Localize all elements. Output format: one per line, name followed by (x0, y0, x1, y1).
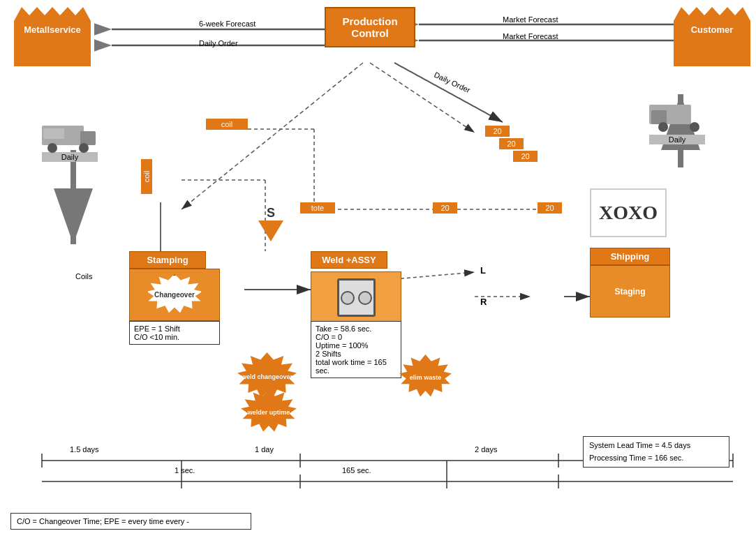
days-1-label: 1 day (255, 445, 274, 454)
coils-label: Coils (75, 272, 92, 281)
stamping-data-box: EPE = 1 Shift C/O <10 min. (129, 321, 220, 345)
weld-uptime: Uptime = 100% (316, 341, 396, 350)
qty-20-2: 20 (499, 138, 524, 149)
daily-order-right-label: Daily Order (433, 70, 471, 94)
summary-box: System Lead Time = 4.5 days Processing T… (583, 436, 729, 468)
stamping-area: Stamping Changeover (129, 251, 220, 321)
daily-order-left-label: Daily Order (199, 39, 238, 47)
stamping-co: C/O <10 min. (134, 333, 215, 341)
market-forecast-bottom-label: Market Forecast (503, 32, 558, 40)
stamping-epe: EPE = 1 Shift (134, 324, 215, 333)
production-control-label: Production Control (342, 15, 397, 39)
svg-marker-37 (14, 7, 91, 66)
xoxo-box: XOXO (590, 188, 667, 237)
production-control-box: Production Control (325, 7, 415, 47)
svg-line-20 (394, 272, 475, 279)
daily-left-label: Daily (42, 152, 98, 162)
svg-point-47 (690, 122, 699, 132)
weld-take: Take = 58.6 sec. (316, 324, 396, 333)
svg-point-41 (47, 143, 57, 153)
shipping-box: Shipping (590, 248, 670, 265)
svg-rect-45 (651, 110, 667, 124)
svg-line-10 (370, 63, 475, 133)
weld-box: Weld +ASSY (311, 251, 387, 269)
staging-label: Staging (615, 287, 646, 297)
weld-area: Weld +ASSY (311, 251, 401, 324)
qty-20-mid: 20 (433, 202, 457, 214)
weld-dot-2 (358, 291, 372, 305)
lead-time-label: System Lead Time = 4.5 days (589, 440, 723, 452)
weld-machine (337, 278, 376, 317)
legend-box: C/O = Changeover Time; EPE = every time … (10, 513, 251, 530)
svg-rect-40 (80, 131, 96, 145)
weld-co: C/O = 0 (316, 333, 396, 341)
tote-label: tote (300, 202, 335, 214)
weld-total: total work time = 165 sec. (316, 358, 396, 375)
qty-20-ship: 20 (538, 202, 562, 214)
shipping-area: Shipping Staging (590, 248, 670, 317)
changeover-burst-container: Changeover (129, 269, 220, 321)
svg-point-46 (658, 122, 668, 132)
elim-waste-kaizen: elim waste (399, 354, 452, 400)
svg-line-36 (394, 63, 503, 122)
stamping-box: Stamping (129, 251, 206, 269)
staging-container: Staging (590, 265, 670, 317)
right-truck: Daily (649, 98, 705, 144)
value-stream-map: Metallservice Production Control Custome… (0, 0, 756, 538)
changeover-burst: Changeover (147, 274, 202, 316)
sec-165-label: 165 sec. (342, 466, 371, 475)
week-forecast-label: 6-week Forecast (199, 20, 255, 28)
svg-line-9 (181, 63, 363, 209)
metallservice-factory: Metallservice (14, 7, 91, 66)
R-label: R (480, 297, 487, 307)
svg-point-42 (79, 143, 89, 153)
coil-left-label: coil (129, 171, 164, 182)
customer-factory: Customer (674, 7, 750, 66)
svg-rect-43 (43, 128, 64, 139)
market-forecast-top-label: Market Forecast (503, 15, 558, 24)
daily-right-label: Daily (649, 135, 705, 144)
days-2-label: 2 days (475, 445, 497, 454)
customer-label: Customer (674, 24, 750, 35)
L-label: L (480, 265, 486, 276)
qty-20-3: 20 (513, 151, 538, 162)
weld-data-box: Take = 58.6 sec. C/O = 0 Uptime = 100% 2… (311, 321, 401, 378)
svg-marker-38 (674, 7, 750, 66)
push-symbol: S (258, 206, 283, 241)
metallservice-label: Metallservice (14, 24, 91, 35)
welder-uptime-kaizen: welder uptime (241, 389, 297, 435)
left-truck: Daily (42, 119, 98, 162)
processing-time-label: Processing Time = 166 sec. (589, 452, 723, 465)
legend-text: C/O = Changeover Time; EPE = every time … (17, 517, 189, 525)
weld-dot-1 (341, 291, 355, 305)
days-1-5-label: 1.5 days (70, 445, 99, 454)
qty-20-1: 20 (485, 126, 510, 137)
coil-top-label: coil (206, 119, 248, 130)
weld-shifts: 2 Shifts (316, 350, 396, 358)
sec-1-label: 1 sec. (175, 466, 195, 475)
